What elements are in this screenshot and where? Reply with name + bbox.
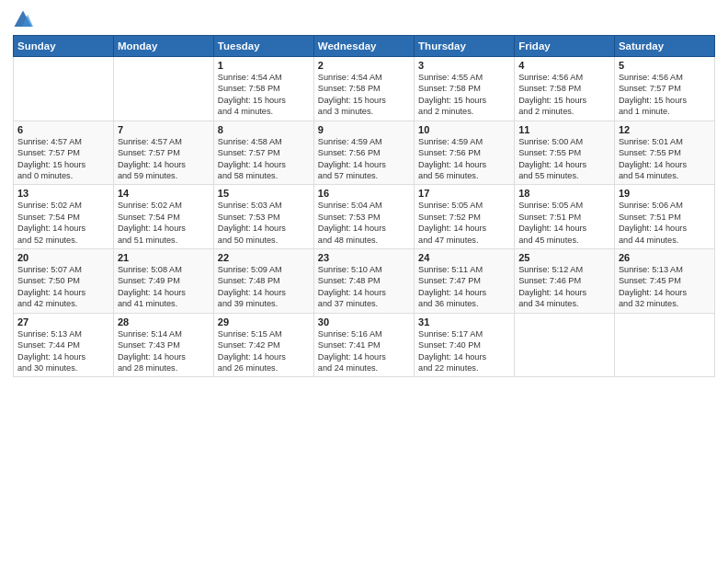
calendar-table: SundayMondayTuesdayWednesdayThursdayFrid… — [13, 35, 715, 377]
day-number: 27 — [17, 316, 109, 327]
day-info: Sunrise: 4:59 AM Sunset: 7:56 PM Dayligh… — [318, 136, 410, 182]
calendar-day-cell: 6Sunrise: 4:57 AM Sunset: 7:57 PM Daylig… — [14, 121, 114, 185]
calendar-day-cell: 29Sunrise: 5:15 AM Sunset: 7:42 PM Dayli… — [213, 313, 313, 377]
header — [13, 9, 715, 29]
day-number: 24 — [418, 252, 510, 263]
logo-icon — [13, 9, 33, 29]
calendar-day-cell: 28Sunrise: 5:14 AM Sunset: 7:43 PM Dayli… — [113, 313, 213, 377]
logo — [13, 9, 35, 29]
calendar-week-row: 20Sunrise: 5:07 AM Sunset: 7:50 PM Dayli… — [14, 249, 715, 314]
day-info: Sunrise: 5:14 AM Sunset: 7:43 PM Dayligh… — [118, 328, 210, 374]
calendar-day-cell: 12Sunrise: 5:01 AM Sunset: 7:55 PM Dayli… — [614, 121, 714, 185]
calendar-week-row: 27Sunrise: 5:13 AM Sunset: 7:44 PM Dayli… — [14, 313, 715, 377]
calendar-day-cell: 30Sunrise: 5:16 AM Sunset: 7:41 PM Dayli… — [313, 313, 414, 377]
day-number: 2 — [318, 60, 410, 71]
calendar-day-cell: 5Sunrise: 4:56 AM Sunset: 7:57 PM Daylig… — [614, 57, 714, 121]
day-info: Sunrise: 5:02 AM Sunset: 7:54 PM Dayligh… — [17, 200, 109, 246]
day-number: 23 — [318, 252, 410, 263]
day-number: 12 — [619, 124, 711, 135]
day-info: Sunrise: 5:01 AM Sunset: 7:55 PM Dayligh… — [619, 136, 711, 182]
day-info: Sunrise: 5:08 AM Sunset: 7:49 PM Dayligh… — [118, 264, 210, 310]
day-info: Sunrise: 5:07 AM Sunset: 7:50 PM Dayligh… — [17, 264, 109, 310]
calendar-day-cell: 7Sunrise: 4:57 AM Sunset: 7:57 PM Daylig… — [113, 121, 213, 185]
day-number: 4 — [518, 60, 610, 71]
calendar-day-cell: 27Sunrise: 5:13 AM Sunset: 7:44 PM Dayli… — [14, 313, 114, 377]
day-info: Sunrise: 4:59 AM Sunset: 7:56 PM Dayligh… — [418, 136, 510, 182]
calendar-day-cell: 20Sunrise: 5:07 AM Sunset: 7:50 PM Dayli… — [14, 249, 114, 314]
calendar-day-cell: 31Sunrise: 5:17 AM Sunset: 7:40 PM Dayli… — [415, 313, 515, 377]
weekday-header-row: SundayMondayTuesdayWednesdayThursdayFrid… — [14, 36, 715, 57]
day-number: 18 — [518, 188, 610, 199]
calendar-day-cell — [113, 57, 213, 121]
calendar-day-cell: 22Sunrise: 5:09 AM Sunset: 7:48 PM Dayli… — [213, 249, 313, 314]
calendar-day-cell: 25Sunrise: 5:12 AM Sunset: 7:46 PM Dayli… — [515, 249, 615, 314]
calendar-day-cell: 10Sunrise: 4:59 AM Sunset: 7:56 PM Dayli… — [415, 121, 515, 185]
day-number: 17 — [418, 188, 510, 199]
day-number: 7 — [118, 124, 210, 135]
weekday-header: Friday — [515, 36, 615, 57]
day-number: 14 — [118, 188, 210, 199]
day-number: 3 — [418, 60, 510, 71]
day-number: 5 — [619, 60, 711, 71]
day-info: Sunrise: 5:06 AM Sunset: 7:51 PM Dayligh… — [619, 200, 711, 246]
calendar-day-cell: 23Sunrise: 5:10 AM Sunset: 7:48 PM Dayli… — [313, 249, 414, 314]
calendar-week-row: 1Sunrise: 4:54 AM Sunset: 7:58 PM Daylig… — [14, 57, 715, 121]
calendar-day-cell: 13Sunrise: 5:02 AM Sunset: 7:54 PM Dayli… — [14, 185, 114, 249]
day-info: Sunrise: 5:03 AM Sunset: 7:53 PM Dayligh… — [218, 200, 310, 246]
day-number: 22 — [218, 252, 310, 263]
day-info: Sunrise: 5:11 AM Sunset: 7:47 PM Dayligh… — [418, 264, 510, 310]
calendar-day-cell: 2Sunrise: 4:54 AM Sunset: 7:58 PM Daylig… — [313, 57, 414, 121]
day-number: 6 — [17, 124, 109, 135]
day-number: 13 — [17, 188, 109, 199]
day-number: 1 — [218, 60, 310, 71]
day-info: Sunrise: 5:04 AM Sunset: 7:53 PM Dayligh… — [318, 200, 410, 246]
day-info: Sunrise: 5:10 AM Sunset: 7:48 PM Dayligh… — [318, 264, 410, 310]
day-info: Sunrise: 4:56 AM Sunset: 7:57 PM Dayligh… — [619, 72, 711, 118]
day-info: Sunrise: 5:15 AM Sunset: 7:42 PM Dayligh… — [218, 328, 310, 374]
day-number: 9 — [318, 124, 410, 135]
calendar-day-cell: 17Sunrise: 5:05 AM Sunset: 7:52 PM Dayli… — [415, 185, 515, 249]
day-info: Sunrise: 4:57 AM Sunset: 7:57 PM Dayligh… — [17, 136, 109, 182]
day-info: Sunrise: 4:54 AM Sunset: 7:58 PM Dayligh… — [218, 72, 310, 118]
day-info: Sunrise: 5:02 AM Sunset: 7:54 PM Dayligh… — [118, 200, 210, 246]
day-number: 31 — [418, 316, 510, 327]
calendar-day-cell: 4Sunrise: 4:56 AM Sunset: 7:58 PM Daylig… — [515, 57, 615, 121]
calendar-day-cell — [515, 313, 615, 377]
day-info: Sunrise: 5:13 AM Sunset: 7:45 PM Dayligh… — [619, 264, 711, 310]
day-info: Sunrise: 5:12 AM Sunset: 7:46 PM Dayligh… — [518, 264, 610, 310]
calendar-day-cell: 14Sunrise: 5:02 AM Sunset: 7:54 PM Dayli… — [113, 185, 213, 249]
calendar-day-cell: 21Sunrise: 5:08 AM Sunset: 7:49 PM Dayli… — [113, 249, 213, 314]
day-number: 11 — [518, 124, 610, 135]
day-number: 28 — [118, 316, 210, 327]
day-info: Sunrise: 5:13 AM Sunset: 7:44 PM Dayligh… — [17, 328, 109, 374]
calendar-day-cell: 19Sunrise: 5:06 AM Sunset: 7:51 PM Dayli… — [614, 185, 714, 249]
day-number: 16 — [318, 188, 410, 199]
weekday-header: Thursday — [415, 36, 515, 57]
calendar-day-cell: 18Sunrise: 5:05 AM Sunset: 7:51 PM Dayli… — [515, 185, 615, 249]
day-number: 8 — [218, 124, 310, 135]
day-info: Sunrise: 5:09 AM Sunset: 7:48 PM Dayligh… — [218, 264, 310, 310]
calendar-day-cell: 16Sunrise: 5:04 AM Sunset: 7:53 PM Dayli… — [313, 185, 414, 249]
day-number: 15 — [218, 188, 310, 199]
weekday-header: Wednesday — [313, 36, 414, 57]
calendar-day-cell: 15Sunrise: 5:03 AM Sunset: 7:53 PM Dayli… — [213, 185, 313, 249]
weekday-header: Monday — [113, 36, 213, 57]
calendar-day-cell — [614, 313, 714, 377]
day-info: Sunrise: 5:00 AM Sunset: 7:55 PM Dayligh… — [518, 136, 610, 182]
day-info: Sunrise: 4:55 AM Sunset: 7:58 PM Dayligh… — [418, 72, 510, 118]
day-number: 19 — [619, 188, 711, 199]
calendar-day-cell: 26Sunrise: 5:13 AM Sunset: 7:45 PM Dayli… — [614, 249, 714, 314]
calendar-day-cell — [14, 57, 114, 121]
day-info: Sunrise: 5:17 AM Sunset: 7:40 PM Dayligh… — [418, 328, 510, 374]
calendar-day-cell: 24Sunrise: 5:11 AM Sunset: 7:47 PM Dayli… — [415, 249, 515, 314]
day-info: Sunrise: 4:56 AM Sunset: 7:58 PM Dayligh… — [518, 72, 610, 118]
calendar-day-cell: 8Sunrise: 4:58 AM Sunset: 7:57 PM Daylig… — [213, 121, 313, 185]
calendar-day-cell: 11Sunrise: 5:00 AM Sunset: 7:55 PM Dayli… — [515, 121, 615, 185]
day-info: Sunrise: 4:54 AM Sunset: 7:58 PM Dayligh… — [318, 72, 410, 118]
day-number: 26 — [619, 252, 711, 263]
day-info: Sunrise: 5:05 AM Sunset: 7:51 PM Dayligh… — [518, 200, 610, 246]
calendar-day-cell: 3Sunrise: 4:55 AM Sunset: 7:58 PM Daylig… — [415, 57, 515, 121]
day-info: Sunrise: 4:58 AM Sunset: 7:57 PM Dayligh… — [218, 136, 310, 182]
weekday-header: Saturday — [614, 36, 714, 57]
weekday-header: Sunday — [14, 36, 114, 57]
